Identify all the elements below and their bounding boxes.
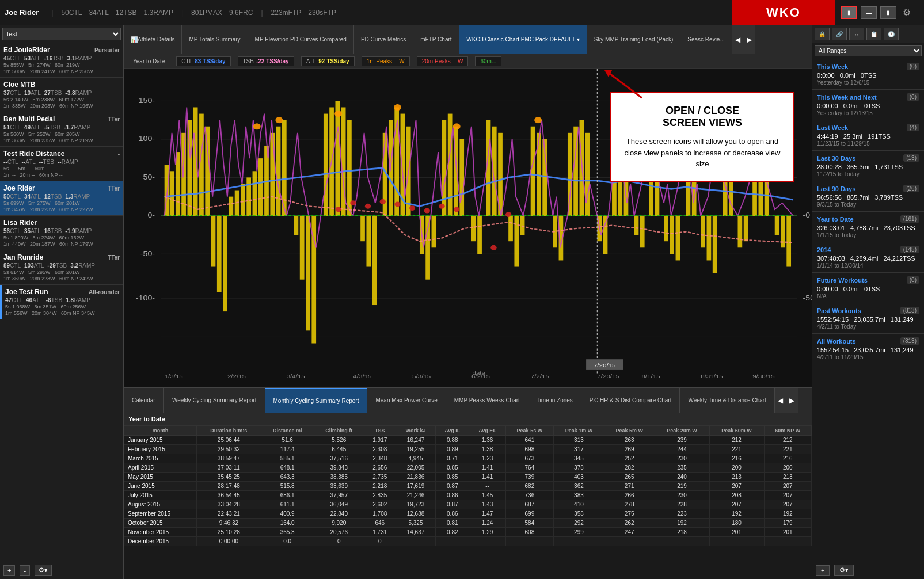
- bar-chart-icon: 📊: [131, 36, 138, 43]
- athlete-card-joe[interactable]: Joe Rider TTer 50CTL 34ATL 12TSB 1.3RAMP…: [0, 181, 123, 216]
- svg-text:8/31/15: 8/31/15: [701, 373, 723, 379]
- svg-rect-37: [294, 216, 299, 235]
- link-btn[interactable]: 🔗: [832, 28, 847, 40]
- table-row[interactable]: May 201535:45:25643.338,3852,73521,8360.…: [124, 473, 812, 482]
- tab-sky-mmp[interactable]: Sky MMP Training Load (Pack): [587, 25, 681, 54]
- svg-rect-79: [603, 216, 608, 254]
- svg-point-123: [454, 207, 459, 212]
- athlete-card-lisa[interactable]: Lisa Rider 56CTL 35ATL 16TSB -1.9RAMP 5s…: [0, 216, 123, 250]
- table-row[interactable]: October 20159:46:32164.09,9206465,3250.8…: [124, 519, 812, 528]
- svg-rect-35: [276, 127, 281, 216]
- tab-mean-max[interactable]: Mean Max Power Curve: [367, 388, 446, 413]
- svg-rect-77: [585, 133, 590, 216]
- range-dropdown[interactable]: All Ranges: [815, 45, 922, 56]
- svg-rect-104: [786, 216, 791, 267]
- col-avgif: Avg IF: [436, 426, 469, 436]
- tabs-next-btn[interactable]: ▶: [744, 25, 755, 54]
- tab-pd-curve[interactable]: PD Curve Metrics: [354, 25, 413, 54]
- svg-rect-98: [744, 216, 748, 241]
- lock-btn[interactable]: 🔒: [815, 28, 830, 40]
- work-cell: 0: [364, 537, 396, 546]
- table-row[interactable]: November 201525:10:28365.320,5761,73114,…: [124, 528, 812, 537]
- future-workouts-section: Future Workouts (0) 0:00:00 0.0mi 0TSS N…: [812, 273, 924, 303]
- work-cell: 2,308: [364, 445, 396, 454]
- work-cell: 646: [364, 519, 396, 528]
- table-row[interactable]: February 201529:50:32117.46,4452,30819,2…: [124, 445, 812, 454]
- tab-wko3-classic[interactable]: WKO3 Classic Chart PMC Pack DEFAULT ▾: [459, 25, 587, 54]
- svg-text:2/2/15: 2/2/15: [227, 373, 246, 379]
- athlete-card-jan[interactable]: Jan Runride TTer 89CTL 103ATL -29TSB 3.2…: [0, 250, 123, 285]
- svg-rect-55: [425, 216, 430, 280]
- svg-point-111: [534, 117, 542, 123]
- tab-monthly-cycling[interactable]: Monthly Cycling Summary Report: [265, 388, 368, 413]
- athlete-dropdown[interactable]: test: [2, 28, 121, 40]
- add-athlete-button[interactable]: +: [3, 565, 15, 576]
- table-row[interactable]: March 201538:59:47585.137,5162,3484,9450…: [124, 454, 812, 463]
- chart-svg-container: 150- 100- 50- 0- -50- -100- -0 -50: [124, 69, 812, 382]
- tab-seasc[interactable]: Seasc Revie...: [680, 25, 732, 54]
- svg-point-116: [350, 200, 356, 205]
- table-row[interactable]: June 201528:17:48515.833,6392,21817,6190…: [124, 482, 812, 491]
- athlete-card-ben[interactable]: Ben Multi Pedal TTer 51CTL 49ATL -5TSB -…: [0, 112, 123, 147]
- athlete-card-test-ride[interactable]: Test Ride Distance - --CTL --ATL --TSB -…: [0, 147, 123, 181]
- tab-mmp-peaks[interactable]: MMP Peaks Weeks Chart: [446, 388, 528, 413]
- tabs-prev-btn[interactable]: ◀: [732, 25, 744, 54]
- main-layout: test Ed JouleRider Pursuiter 45CTL 53ATL…: [0, 25, 924, 579]
- center-panel-btn[interactable]: ▬: [861, 6, 877, 19]
- right-panel-btn[interactable]: ▮: [880, 6, 896, 19]
- table-row[interactable]: July 201536:54:45686.137,9572,83521,2460…: [124, 491, 812, 500]
- tab-mp-totals[interactable]: MP Totals Summary: [182, 25, 248, 54]
- table-row[interactable]: August 201533:04:28611.136,0492,60219,72…: [124, 500, 812, 509]
- right-settings-button[interactable]: ⚙▾: [834, 565, 854, 576]
- remove-athlete-button[interactable]: -: [20, 565, 30, 576]
- athlete-card-ed[interactable]: Ed JouleRider Pursuiter 45CTL 53ATL -16T…: [0, 43, 123, 78]
- tab-weekly-time[interactable]: Weekly Time & Distance Chart: [680, 388, 774, 413]
- athlete-selector[interactable]: test: [0, 25, 123, 43]
- bottom-tabs-prev-btn[interactable]: ◀: [775, 388, 786, 413]
- ramp-stat: 1.3RAMP: [144, 9, 173, 17]
- pmax-stat: 801PMAX: [191, 9, 222, 17]
- sidebar-settings-button[interactable]: ⚙▾: [35, 565, 52, 576]
- copy-btn[interactable]: 📋: [866, 28, 881, 40]
- left-panel-btn[interactable]: ▮: [841, 6, 857, 19]
- settings-gear-icon[interactable]: ⚙: [900, 6, 914, 20]
- tab-mp-elevation[interactable]: MP Elevation PD Curves Compared: [248, 25, 354, 54]
- expand-btn[interactable]: ↔: [849, 28, 864, 40]
- clock-btn[interactable]: 🕐: [884, 28, 899, 40]
- svg-text:0-: 0-: [147, 211, 155, 219]
- tab-weekly-cycling[interactable]: Weekly Cycling Summary Report: [164, 388, 265, 413]
- col-peak5s: Peak 5s W: [505, 426, 553, 436]
- table-row[interactable]: December 20150:00:000.000---------------…: [124, 537, 812, 546]
- col-work: Work kJ: [396, 426, 435, 436]
- right-add-button[interactable]: +: [816, 565, 830, 576]
- tab-time-zones[interactable]: Time in Zones: [528, 388, 581, 413]
- athlete-card-joe-test[interactable]: Joe Test Run All-rounder 47CTL 46ATL -6T…: [0, 285, 123, 319]
- 1m-peaks-stat: 1m Peaks -- W: [362, 56, 410, 66]
- table-row[interactable]: September 201522:43:21400.922,8401,70812…: [124, 509, 812, 519]
- tab-athlete-details[interactable]: 📊Athlete Details: [124, 25, 182, 54]
- work-cell: 2,735: [364, 473, 396, 482]
- right-sidebar-bottom: + ⚙▾: [812, 561, 924, 579]
- svg-text:7/20/15: 7/20/15: [594, 361, 616, 368]
- table-row[interactable]: April 201537:03:11648.139,8432,65622,005…: [124, 463, 812, 473]
- svg-rect-66: [508, 216, 513, 241]
- tab-calendar[interactable]: Calendar: [124, 388, 164, 413]
- athlete-card-cloe[interactable]: Cloe MTB 37CTL 10ATL 27TSB -3.8RAMP 5s 2…: [0, 78, 123, 112]
- 2014-section: 2014 (145) 307:48:03 4,289.4mi 24,212TSS…: [812, 242, 924, 273]
- tab-mftp[interactable]: mFTP Chart: [413, 25, 459, 54]
- table-row[interactable]: January 201525:06:4451.65,5261,91716,247…: [124, 436, 812, 445]
- center-content: 📊Athlete Details MP Totals Summary MP El…: [124, 25, 812, 579]
- work-cell: 2,218: [364, 482, 396, 491]
- bottom-tabs-next-btn[interactable]: ▶: [786, 388, 798, 413]
- wko-logo: WKO: [732, 0, 835, 25]
- svg-point-125: [505, 212, 511, 217]
- range-selector[interactable]: All Ranges: [812, 43, 924, 59]
- tab-pchr[interactable]: P.C.HR & S Dist Compare Chart: [581, 388, 680, 413]
- table-period-header: Year to Date: [124, 413, 812, 425]
- svg-rect-61: [471, 216, 476, 241]
- svg-text:3/4/15: 3/4/15: [287, 373, 305, 379]
- svg-rect-57: [442, 120, 447, 216]
- svg-rect-39: [306, 216, 310, 330]
- svg-rect-74: [568, 133, 572, 216]
- last-90-days-section: Last 90 Days (26) 56:56:56 865.7mi 3,789…: [812, 181, 924, 212]
